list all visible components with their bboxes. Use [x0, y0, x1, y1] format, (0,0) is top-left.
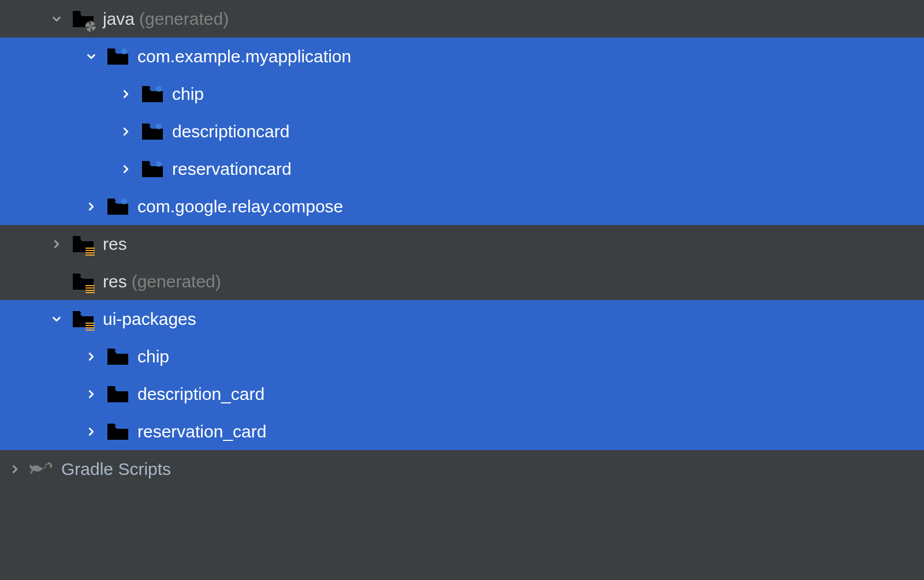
package-folder-icon	[140, 81, 165, 107]
chevron-right-icon	[116, 84, 136, 104]
chevron-down-icon	[46, 9, 67, 29]
tree-label: chip	[172, 84, 204, 104]
project-tree: java (generated) com.example.myapplicati…	[0, 0, 924, 488]
tree-label: reservationcard	[172, 159, 292, 179]
tree-label: java	[103, 9, 135, 29]
tree-item-ui-packages[interactable]: ui-packages	[0, 300, 924, 338]
tree-item-gradle-scripts[interactable]: Gradle Scripts	[0, 450, 924, 488]
package-folder-icon	[140, 119, 165, 144]
folder-icon	[105, 419, 131, 444]
chevron-down-icon	[81, 46, 102, 67]
tree-label: description_card	[137, 384, 264, 404]
tree-label: Gradle Scripts	[61, 459, 171, 479]
tree-item-java-generated[interactable]: java (generated)	[0, 0, 924, 38]
tree-item-res[interactable]: res	[0, 225, 924, 263]
chevron-right-icon	[5, 459, 25, 480]
package-folder-icon	[105, 44, 131, 69]
tree-item-descriptioncard[interactable]: descriptioncard	[0, 113, 924, 150]
resource-folder-icon	[70, 306, 96, 332]
tree-hint: (generated)	[139, 9, 229, 29]
tree-item-package-relay[interactable]: com.google.relay.compose	[0, 188, 924, 225]
tree-item-chip-folder[interactable]: chip	[0, 338, 924, 375]
chevron-right-icon	[81, 346, 102, 367]
chevron-right-icon	[116, 159, 136, 179]
tree-label: res	[103, 234, 127, 254]
tree-label: ui-packages	[103, 309, 196, 329]
tree-item-package-main[interactable]: com.example.myapplication	[0, 38, 924, 75]
tree-label: descriptioncard	[172, 122, 289, 141]
chevron-right-icon	[116, 121, 136, 142]
tree-label: com.example.myapplication	[137, 47, 351, 66]
tree-label: chip	[137, 347, 169, 366]
tree-item-reservationcard[interactable]: reservationcard	[0, 150, 924, 188]
tree-hint: (generated)	[132, 272, 221, 291]
resource-folder-icon	[70, 231, 96, 257]
chevron-right-icon	[81, 196, 102, 217]
chevron-right-icon	[81, 421, 102, 442]
tree-label: com.google.relay.compose	[137, 197, 343, 216]
chevron-right-icon	[46, 234, 67, 255]
tree-item-description-card[interactable]: description_card	[0, 375, 924, 413]
tree-item-reservation-card[interactable]: reservation_card	[0, 413, 924, 450]
tree-label: reservation_card	[137, 422, 266, 441]
chevron-right-icon	[81, 384, 102, 405]
tree-label: res	[103, 272, 127, 291]
chevron-down-icon	[46, 309, 67, 330]
package-folder-icon	[140, 156, 165, 182]
folder-icon	[105, 344, 131, 369]
gradle-icon	[29, 456, 54, 482]
folder-generated-icon	[70, 6, 96, 32]
package-folder-icon	[105, 194, 131, 219]
folder-icon	[105, 381, 131, 407]
resource-folder-icon	[70, 269, 96, 294]
tree-item-chip[interactable]: chip	[0, 75, 924, 113]
tree-item-res-generated[interactable]: res (generated)	[0, 263, 924, 300]
